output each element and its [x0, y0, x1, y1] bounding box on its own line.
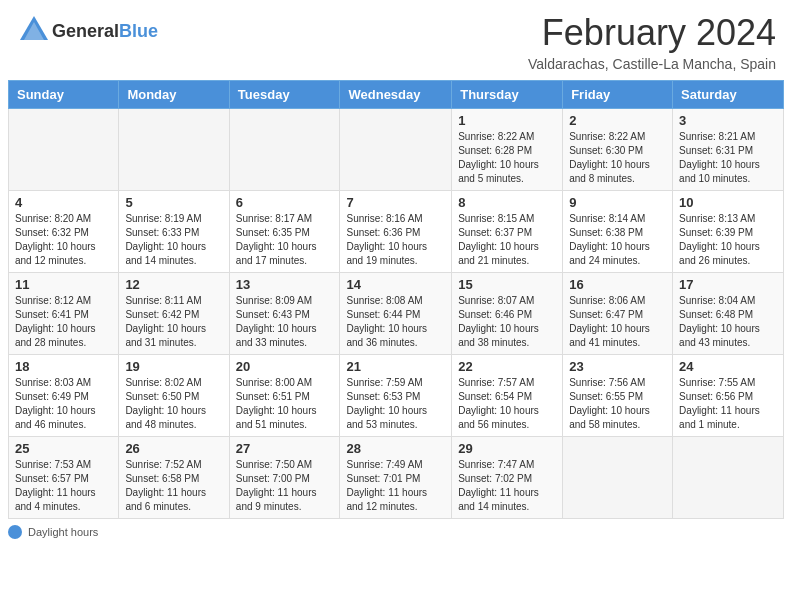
calendar-cell: 16Sunrise: 8:06 AM Sunset: 6:47 PM Dayli… — [563, 273, 673, 355]
day-info: Sunrise: 7:55 AM Sunset: 6:56 PM Dayligh… — [679, 376, 777, 432]
calendar-cell: 27Sunrise: 7:50 AM Sunset: 7:00 PM Dayli… — [229, 437, 340, 519]
day-info: Sunrise: 7:52 AM Sunset: 6:58 PM Dayligh… — [125, 458, 222, 514]
calendar-cell — [340, 109, 452, 191]
day-info: Sunrise: 8:14 AM Sunset: 6:38 PM Dayligh… — [569, 212, 666, 268]
day-info: Sunrise: 8:11 AM Sunset: 6:42 PM Dayligh… — [125, 294, 222, 350]
day-number: 19 — [125, 359, 222, 374]
day-number: 9 — [569, 195, 666, 210]
calendar-header-monday: Monday — [119, 81, 229, 109]
day-info: Sunrise: 8:21 AM Sunset: 6:31 PM Dayligh… — [679, 130, 777, 186]
calendar-cell: 21Sunrise: 7:59 AM Sunset: 6:53 PM Dayli… — [340, 355, 452, 437]
calendar-week-row: 11Sunrise: 8:12 AM Sunset: 6:41 PM Dayli… — [9, 273, 784, 355]
day-number: 12 — [125, 277, 222, 292]
calendar-cell: 17Sunrise: 8:04 AM Sunset: 6:48 PM Dayli… — [673, 273, 784, 355]
logo-blue: Blue — [119, 21, 158, 41]
calendar-cell: 15Sunrise: 8:07 AM Sunset: 6:46 PM Dayli… — [452, 273, 563, 355]
calendar-cell: 1Sunrise: 8:22 AM Sunset: 6:28 PM Daylig… — [452, 109, 563, 191]
day-info: Sunrise: 7:47 AM Sunset: 7:02 PM Dayligh… — [458, 458, 556, 514]
day-number: 10 — [679, 195, 777, 210]
calendar-cell: 2Sunrise: 8:22 AM Sunset: 6:30 PM Daylig… — [563, 109, 673, 191]
calendar-cell — [673, 437, 784, 519]
logo: GeneralBlue — [16, 12, 158, 52]
day-number: 23 — [569, 359, 666, 374]
logo-text: GeneralBlue — [52, 22, 158, 42]
day-info: Sunrise: 8:12 AM Sunset: 6:41 PM Dayligh… — [15, 294, 112, 350]
day-info: Sunrise: 8:04 AM Sunset: 6:48 PM Dayligh… — [679, 294, 777, 350]
day-number: 3 — [679, 113, 777, 128]
day-info: Sunrise: 8:02 AM Sunset: 6:50 PM Dayligh… — [125, 376, 222, 432]
calendar-cell: 9Sunrise: 8:14 AM Sunset: 6:38 PM Daylig… — [563, 191, 673, 273]
calendar-cell: 24Sunrise: 7:55 AM Sunset: 6:56 PM Dayli… — [673, 355, 784, 437]
page-container: GeneralBlue February 2024 Valdarachas, C… — [0, 0, 792, 545]
calendar-header-sunday: Sunday — [9, 81, 119, 109]
day-info: Sunrise: 8:19 AM Sunset: 6:33 PM Dayligh… — [125, 212, 222, 268]
calendar-cell: 23Sunrise: 7:56 AM Sunset: 6:55 PM Dayli… — [563, 355, 673, 437]
day-info: Sunrise: 8:22 AM Sunset: 6:30 PM Dayligh… — [569, 130, 666, 186]
day-number: 5 — [125, 195, 222, 210]
day-number: 2 — [569, 113, 666, 128]
title-section: February 2024 Valdarachas, Castille-La M… — [528, 12, 776, 72]
calendar-cell — [229, 109, 340, 191]
day-number: 25 — [15, 441, 112, 456]
header: GeneralBlue February 2024 Valdarachas, C… — [0, 0, 792, 80]
calendar-cell: 18Sunrise: 8:03 AM Sunset: 6:49 PM Dayli… — [9, 355, 119, 437]
calendar-cell: 8Sunrise: 8:15 AM Sunset: 6:37 PM Daylig… — [452, 191, 563, 273]
calendar-cell: 10Sunrise: 8:13 AM Sunset: 6:39 PM Dayli… — [673, 191, 784, 273]
day-info: Sunrise: 7:59 AM Sunset: 6:53 PM Dayligh… — [346, 376, 445, 432]
calendar-cell: 7Sunrise: 8:16 AM Sunset: 6:36 PM Daylig… — [340, 191, 452, 273]
month-title: February 2024 — [528, 12, 776, 54]
day-number: 1 — [458, 113, 556, 128]
calendar-cell — [9, 109, 119, 191]
day-number: 4 — [15, 195, 112, 210]
calendar-header-tuesday: Tuesday — [229, 81, 340, 109]
day-number: 29 — [458, 441, 556, 456]
day-info: Sunrise: 8:17 AM Sunset: 6:35 PM Dayligh… — [236, 212, 334, 268]
calendar-week-row: 18Sunrise: 8:03 AM Sunset: 6:49 PM Dayli… — [9, 355, 784, 437]
calendar-table: SundayMondayTuesdayWednesdayThursdayFrid… — [8, 80, 784, 519]
day-info: Sunrise: 7:53 AM Sunset: 6:57 PM Dayligh… — [15, 458, 112, 514]
calendar-cell: 28Sunrise: 7:49 AM Sunset: 7:01 PM Dayli… — [340, 437, 452, 519]
day-info: Sunrise: 8:22 AM Sunset: 6:28 PM Dayligh… — [458, 130, 556, 186]
calendar-header-row: SundayMondayTuesdayWednesdayThursdayFrid… — [9, 81, 784, 109]
day-number: 21 — [346, 359, 445, 374]
location: Valdarachas, Castille-La Mancha, Spain — [528, 56, 776, 72]
calendar-cell: 22Sunrise: 7:57 AM Sunset: 6:54 PM Dayli… — [452, 355, 563, 437]
calendar-cell — [563, 437, 673, 519]
calendar-header-friday: Friday — [563, 81, 673, 109]
calendar-week-row: 1Sunrise: 8:22 AM Sunset: 6:28 PM Daylig… — [9, 109, 784, 191]
day-number: 14 — [346, 277, 445, 292]
day-info: Sunrise: 7:57 AM Sunset: 6:54 PM Dayligh… — [458, 376, 556, 432]
day-info: Sunrise: 8:00 AM Sunset: 6:51 PM Dayligh… — [236, 376, 334, 432]
calendar-cell: 25Sunrise: 7:53 AM Sunset: 6:57 PM Dayli… — [9, 437, 119, 519]
daylight-hours-label: Daylight hours — [28, 526, 98, 538]
day-number: 27 — [236, 441, 334, 456]
calendar-cell: 3Sunrise: 8:21 AM Sunset: 6:31 PM Daylig… — [673, 109, 784, 191]
calendar-cell: 19Sunrise: 8:02 AM Sunset: 6:50 PM Dayli… — [119, 355, 229, 437]
footer: Daylight hours — [0, 519, 792, 545]
day-info: Sunrise: 8:16 AM Sunset: 6:36 PM Dayligh… — [346, 212, 445, 268]
day-number: 13 — [236, 277, 334, 292]
day-info: Sunrise: 8:03 AM Sunset: 6:49 PM Dayligh… — [15, 376, 112, 432]
calendar-cell: 29Sunrise: 7:47 AM Sunset: 7:02 PM Dayli… — [452, 437, 563, 519]
calendar-cell — [119, 109, 229, 191]
day-number: 7 — [346, 195, 445, 210]
day-info: Sunrise: 8:13 AM Sunset: 6:39 PM Dayligh… — [679, 212, 777, 268]
logo-icon — [16, 12, 52, 52]
day-number: 22 — [458, 359, 556, 374]
daylight-dot — [8, 525, 22, 539]
calendar-cell: 12Sunrise: 8:11 AM Sunset: 6:42 PM Dayli… — [119, 273, 229, 355]
calendar-cell: 4Sunrise: 8:20 AM Sunset: 6:32 PM Daylig… — [9, 191, 119, 273]
day-number: 18 — [15, 359, 112, 374]
day-number: 17 — [679, 277, 777, 292]
day-info: Sunrise: 7:49 AM Sunset: 7:01 PM Dayligh… — [346, 458, 445, 514]
day-number: 26 — [125, 441, 222, 456]
day-info: Sunrise: 7:50 AM Sunset: 7:00 PM Dayligh… — [236, 458, 334, 514]
day-number: 28 — [346, 441, 445, 456]
day-number: 20 — [236, 359, 334, 374]
logo-general: General — [52, 21, 119, 41]
day-number: 24 — [679, 359, 777, 374]
day-number: 8 — [458, 195, 556, 210]
calendar-header-wednesday: Wednesday — [340, 81, 452, 109]
calendar-cell: 20Sunrise: 8:00 AM Sunset: 6:51 PM Dayli… — [229, 355, 340, 437]
calendar-cell: 6Sunrise: 8:17 AM Sunset: 6:35 PM Daylig… — [229, 191, 340, 273]
